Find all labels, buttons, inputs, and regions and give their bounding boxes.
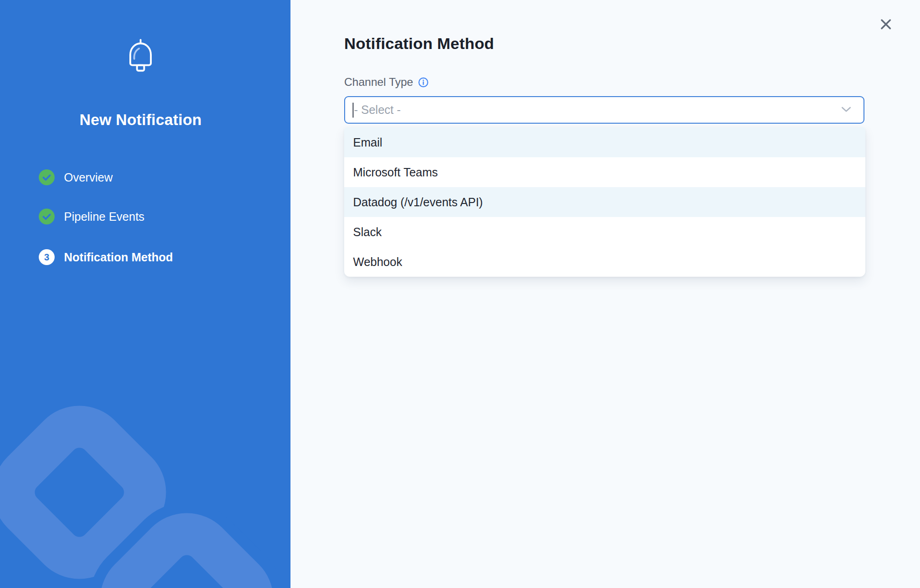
info-icon[interactable] (418, 77, 429, 88)
sidebar-step-pipeline-events[interactable]: Pipeline Events (39, 209, 144, 224)
channel-type-label-row: Channel Type (344, 76, 429, 89)
step-label: Pipeline Events (64, 210, 144, 224)
notification-method-panel: Notification Method Channel Type - Selec… (290, 0, 920, 588)
bell-icon (0, 38, 281, 77)
sidebar-step-notification-method[interactable]: 3 Notification Method (39, 249, 173, 265)
step-number: 3 (44, 252, 49, 263)
select-placeholder: - Select - (354, 103, 401, 117)
step-number-badge: 3 (39, 249, 55, 265)
wizard-sidebar: New Notification Overview Pipeline Event… (0, 0, 290, 588)
step-label: Overview (64, 171, 113, 184)
page-title: Notification Method (344, 35, 494, 53)
close-button[interactable] (876, 14, 896, 35)
dropdown-option-webhook[interactable]: Webhook (344, 247, 865, 277)
text-cursor (353, 103, 354, 118)
dropdown-option-datadog[interactable]: Datadog (/v1/events API) (344, 187, 865, 217)
step-label: Notification Method (64, 251, 173, 264)
dropdown-option-email[interactable]: Email (344, 127, 865, 157)
channel-type-dropdown: Email Microsoft Teams Datadog (/v1/event… (344, 127, 865, 277)
close-icon (880, 18, 892, 30)
wizard-title: New Notification (0, 111, 281, 129)
check-circle-icon (39, 209, 55, 224)
channel-type-label: Channel Type (344, 76, 413, 89)
dropdown-option-slack[interactable]: Slack (344, 217, 865, 247)
dropdown-option-microsoft-teams[interactable]: Microsoft Teams (344, 157, 865, 187)
sidebar-step-overview[interactable]: Overview (39, 169, 113, 185)
channel-type-select[interactable]: - Select - (344, 96, 864, 124)
check-circle-icon (39, 169, 55, 185)
chevron-down-icon (841, 106, 851, 114)
